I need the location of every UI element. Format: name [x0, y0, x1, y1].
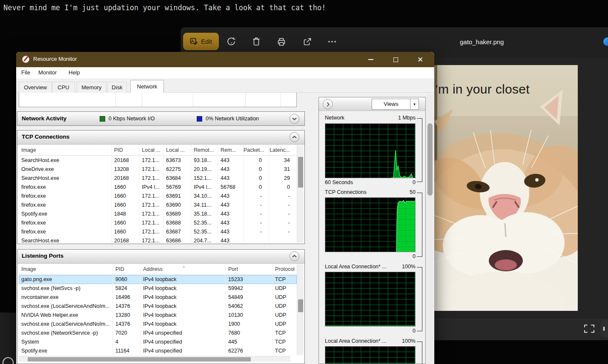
table-row[interactable]: svchost.exe (NetSvcs -p)5824IPv4 loopbac…	[19, 284, 297, 293]
scrollbar-thumb[interactable]	[427, 123, 433, 196]
cat-photo[interactable]: ’m in your closet	[434, 65, 578, 311]
table-row[interactable]: System4IPv4 unspecified445TCP	[19, 338, 297, 347]
table-row[interactable]: SearchHost.exe20168172.1...6367393.18...…	[19, 156, 297, 165]
table-row[interactable]: NVIDIA Web Helper.exe13280IPv4 loopback1…	[19, 311, 297, 320]
table-row[interactable]: firefox.exe1660IPv4 l...56769IPv4 l...56…	[19, 183, 297, 192]
table-row[interactable]: SearchHost.exe20168172.1...63686204.7...…	[19, 236, 297, 244]
table-cell: -	[244, 228, 269, 236]
table-row[interactable]: Spotify.exe1848172.1...6368935.18...443-…	[19, 210, 297, 219]
tcp-collapse-chevron-up[interactable]	[290, 132, 299, 142]
sort-indicator: ˄	[183, 265, 185, 269]
table-cell: System	[19, 338, 113, 347]
close-button[interactable]: ✕	[410, 52, 430, 67]
col-latency[interactable]: Latenc...	[269, 145, 297, 155]
table-cell: 1660	[112, 201, 139, 210]
table-cell: IPv4 l...	[139, 183, 163, 192]
col-local-port[interactable]: Local ...	[163, 145, 191, 155]
ports-horizontal-scrollbar[interactable]	[19, 356, 290, 362]
table-cell: 34	[269, 156, 297, 165]
table-row[interactable]: svchost.exe (LocalServiceAndNoIm...14376…	[19, 302, 297, 311]
table-cell: IPv4 unspecified	[141, 347, 226, 355]
col-pid[interactable]: PID	[113, 264, 141, 274]
table-cell: 0	[244, 156, 269, 165]
table-row[interactable]: firefox.exe1660172.1...6369034.11...443-…	[19, 201, 297, 210]
table-cell: 172.1...	[139, 174, 163, 183]
resmon-titlebar[interactable]: Resource Monitor ✕	[16, 52, 434, 67]
table-cell: 11164	[113, 347, 141, 355]
next-button-partial[interactable]	[600, 320, 608, 338]
network-graph-footer: 60 Seconds 0	[325, 179, 416, 185]
col-remote-address[interactable]: Remot...	[191, 145, 218, 155]
resource-monitor-window: Resource Monitor ✕ File Monitor Help Ove…	[16, 52, 434, 364]
tab-network[interactable]: Network	[130, 80, 164, 93]
expand-panel-chevron-right[interactable]	[323, 99, 333, 109]
scale-bracket	[417, 193, 422, 257]
rotate-icon[interactable]	[226, 37, 236, 47]
table-cell: firefox.exe	[19, 219, 112, 228]
copilot-icon[interactable]	[603, 37, 608, 46]
col-protocol[interactable]: Protocol	[272, 264, 297, 274]
edit-button[interactable]: Edit	[183, 33, 219, 50]
graph-zero-label: 0	[413, 179, 416, 185]
scale-bracket	[417, 118, 422, 182]
table-cell: 443	[218, 174, 244, 183]
table-cell: 1660	[112, 192, 139, 201]
graph-time-label: 60 Seconds	[325, 179, 353, 185]
table-row[interactable]: firefox.exe1660172.1...6369134.10...443-…	[19, 192, 297, 201]
ports-collapse-chevron-up[interactable]	[290, 251, 299, 261]
graph-scale: 50	[410, 189, 416, 195]
print-icon[interactable]	[276, 37, 287, 47]
table-cell: 1848	[112, 210, 139, 219]
tcp-vertical-scrollbar[interactable]	[297, 145, 304, 243]
table-cell: 14376	[113, 302, 141, 311]
table-cell: 54062	[226, 302, 272, 311]
col-remote-port[interactable]: Rem...	[218, 145, 244, 155]
tab-overview[interactable]: Overview	[19, 82, 52, 93]
tab-cpu[interactable]: CPU	[52, 82, 75, 93]
collapse-chevron-down[interactable]	[290, 114, 299, 124]
table-row[interactable]: OneDrive.exe13208172.1...6227520.19...44…	[19, 165, 297, 174]
tab-strip: Overview CPU Memory Disk Network	[16, 79, 434, 93]
table-cell: 62275	[163, 165, 191, 174]
table-row[interactable]: svchost.exe (NetworkService -p)7020IPv4 …	[19, 329, 297, 338]
table-cell: nvcontainer.exe	[19, 293, 113, 302]
table-row[interactable]: svchost.exe (LocalServiceAndNoIm...14376…	[19, 320, 297, 329]
maximize-button[interactable]	[386, 52, 405, 67]
ports-vertical-scrollbar[interactable]	[297, 264, 304, 355]
table-row[interactable]: firefox.exe1660172.1...6368752.35...443-…	[19, 228, 297, 236]
col-port[interactable]: Port	[226, 264, 272, 274]
table-row[interactable]: nvcontainer.exe16496IPv4 loopback54849UD…	[19, 293, 297, 302]
network-graph	[325, 123, 416, 178]
more-icon[interactable]	[327, 37, 337, 47]
tcp-connections-section: TCP Connections Image PID Local ... Loca…	[17, 130, 305, 244]
screen: Never mind me I'm just updation your win…	[0, 0, 608, 364]
minimize-button[interactable]	[361, 52, 381, 67]
table-cell: 63673	[163, 156, 191, 165]
menu-monitor[interactable]: Monitor	[38, 69, 57, 76]
table-row[interactable]: firefox.exe1660172.1...6368852.35...443-…	[19, 219, 297, 228]
menu-help[interactable]: Help	[69, 69, 80, 76]
tab-memory[interactable]: Memory	[77, 82, 106, 93]
menu-file[interactable]: File	[21, 69, 30, 76]
share-icon[interactable]	[302, 37, 312, 47]
table-row[interactable]: SearchHost.exe20168172.1...63684152.1...…	[19, 174, 297, 183]
chevron-down-icon[interactable]: ▼	[410, 99, 419, 109]
tab-disk[interactable]: Disk	[107, 82, 127, 93]
graph-title: TCP Connections	[325, 189, 367, 195]
resmon-vertical-scrollbar[interactable]	[427, 94, 433, 364]
col-packets[interactable]: Packet...	[244, 145, 269, 155]
table-cell: 34.10...	[191, 192, 218, 201]
delete-icon[interactable]	[251, 37, 261, 47]
table-cell: 443	[218, 228, 244, 236]
table-cell: 1660	[112, 183, 139, 192]
col-image[interactable]: Image	[19, 145, 112, 155]
table-cell: -	[269, 192, 297, 201]
fullscreen-icon[interactable]	[584, 324, 594, 333]
table-cell: 63691	[163, 192, 191, 201]
col-pid[interactable]: PID	[112, 145, 139, 155]
table-row[interactable]: gato.png.exe9060IPv4 loopback15233TCP	[19, 275, 297, 284]
table-row[interactable]: Spotify.exe11164IPv4 unspecified62276TCP	[19, 347, 297, 355]
views-dropdown[interactable]: Views ▼	[372, 99, 419, 110]
col-local-address[interactable]: Local ...	[139, 145, 163, 155]
col-image[interactable]: Image	[19, 264, 113, 274]
